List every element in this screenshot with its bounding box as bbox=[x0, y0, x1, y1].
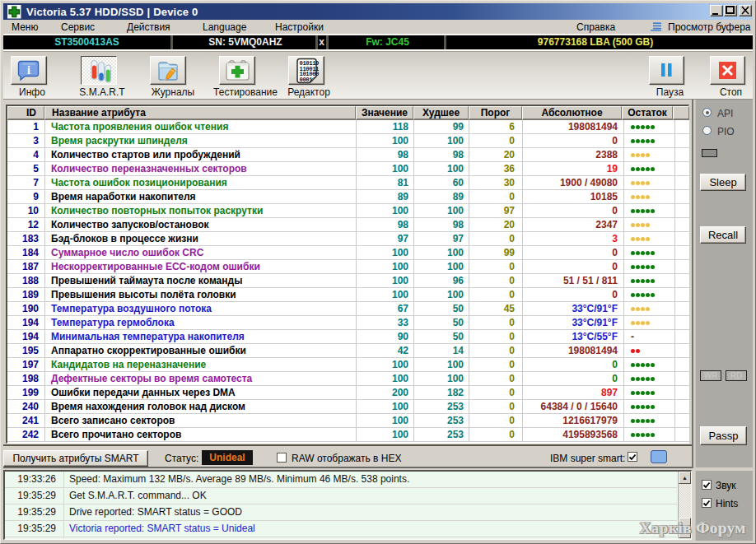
svg-text:0001: 0001 bbox=[299, 77, 313, 83]
svg-text:i: i bbox=[27, 64, 30, 77]
